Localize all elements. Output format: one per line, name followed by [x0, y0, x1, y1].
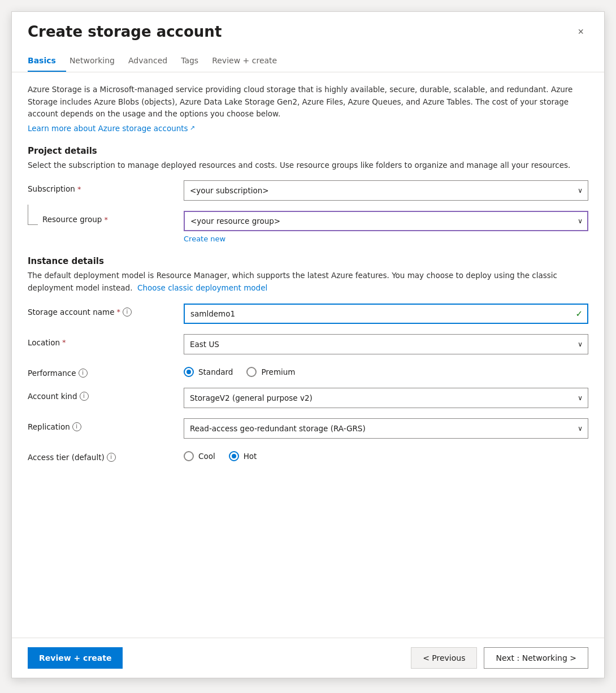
replication-row: Replication i Read-access geo-redundant … [28, 418, 588, 439]
subscription-control: <your subscription> ∨ [184, 180, 588, 201]
access-tier-hot-radio[interactable] [229, 451, 239, 461]
subscription-label: Subscription * [28, 184, 175, 193]
access-tier-info-icon[interactable]: i [107, 453, 116, 462]
tab-networking[interactable]: Networking [70, 50, 125, 72]
resource-group-indent: Resource group * [28, 211, 175, 225]
performance-control: Standard Premium [184, 365, 588, 377]
previous-button[interactable]: < Previous [411, 647, 477, 669]
storage-account-name-label-col: Storage account name * i [28, 304, 175, 317]
tab-bar: Basics Networking Advanced Tags Review +… [12, 50, 604, 72]
access-tier-control: Cool Hot [184, 449, 588, 461]
replication-control: Read-access geo-redundant storage (RA-GR… [184, 418, 588, 439]
performance-label-col: Performance i [28, 365, 175, 378]
location-select[interactable]: East US [184, 334, 588, 354]
resource-group-row: Resource group * <your resource group> ∨… [28, 211, 588, 244]
performance-label: Performance i [28, 369, 175, 378]
resource-group-required-star: * [104, 215, 108, 224]
storage-account-name-input-wrapper: ✓ [184, 304, 588, 324]
location-required: * [62, 338, 66, 346]
performance-premium-radio[interactable] [246, 367, 257, 377]
subscription-row: Subscription * <your subscription> ∨ [28, 180, 588, 201]
account-kind-row: Account kind i StorageV2 (general purpos… [28, 388, 588, 408]
tab-basics[interactable]: Basics [28, 50, 66, 72]
resource-group-label: Resource group * [42, 215, 108, 224]
performance-info-icon[interactable]: i [79, 369, 88, 378]
account-kind-label: Account kind i [28, 392, 175, 401]
resource-group-control: <your resource group> ∨ Create new [184, 211, 588, 244]
subscription-select[interactable]: <your subscription> [184, 180, 588, 201]
access-tier-label: Access tier (default) i [28, 453, 175, 462]
location-row: Location * East US ∨ [28, 334, 588, 354]
dialog-header: Create storage account × [12, 12, 604, 46]
location-label: Location * [28, 338, 175, 347]
access-tier-hot-option[interactable]: Hot [229, 451, 257, 461]
access-tier-radio-group: Cool Hot [184, 449, 588, 461]
next-button[interactable]: Next : Networking > [484, 647, 588, 669]
external-link-icon: ↗ [190, 124, 195, 132]
access-tier-label-col: Access tier (default) i [28, 449, 175, 462]
storage-account-name-input[interactable] [184, 304, 588, 324]
storage-account-name-label: Storage account name * i [28, 307, 175, 317]
tab-advanced[interactable]: Advanced [128, 50, 177, 72]
tab-tags[interactable]: Tags [181, 50, 209, 72]
storage-account-name-required: * [116, 307, 120, 316]
subscription-dropdown-wrapper: <your subscription> ∨ [184, 180, 588, 201]
access-tier-row: Access tier (default) i Cool Hot [28, 449, 588, 462]
account-kind-dropdown-wrapper: StorageV2 (general purpose v2) ∨ [184, 388, 588, 408]
dialog-content: Azure Storage is a Microsoft-managed ser… [12, 72, 604, 638]
create-storage-account-dialog: Create storage account × Basics Networki… [11, 11, 605, 678]
project-details-desc: Select the subscription to manage deploy… [28, 159, 588, 172]
location-dropdown-wrapper: East US ∨ [184, 334, 588, 354]
replication-label-col: Replication i [28, 418, 175, 431]
storage-account-name-row: Storage account name * i ✓ [28, 304, 588, 324]
dialog-footer: Review + create < Previous Next : Networ… [12, 638, 604, 678]
subscription-label-col: Subscription * [28, 180, 175, 193]
learn-more-text: Learn more about Azure storage accounts [28, 124, 188, 133]
location-control: East US ∨ [184, 334, 588, 354]
performance-row: Performance i Standard Premium [28, 365, 588, 378]
tab-review-create[interactable]: Review + create [212, 50, 287, 72]
performance-radio-group: Standard Premium [184, 365, 588, 377]
create-new-resource-group-link[interactable]: Create new [184, 235, 225, 243]
account-kind-info-icon[interactable]: i [80, 392, 89, 401]
performance-standard-option[interactable]: Standard [184, 367, 233, 377]
classic-deployment-link[interactable]: Choose classic deployment model [137, 282, 267, 294]
performance-premium-option[interactable]: Premium [246, 367, 295, 377]
account-kind-control: StorageV2 (general purpose v2) ∨ [184, 388, 588, 408]
close-button[interactable]: × [573, 24, 588, 40]
access-tier-cool-radio[interactable] [184, 451, 194, 461]
instance-details-desc: The default deployment model is Resource… [28, 270, 588, 294]
account-kind-label-col: Account kind i [28, 388, 175, 401]
learn-more-link[interactable]: Learn more about Azure storage accounts … [28, 124, 195, 133]
replication-select[interactable]: Read-access geo-redundant storage (RA-GR… [184, 418, 588, 439]
storage-account-name-valid-icon: ✓ [575, 309, 583, 319]
storage-account-name-info-icon[interactable]: i [123, 307, 132, 317]
storage-account-name-control: ✓ [184, 304, 588, 324]
replication-label: Replication i [28, 422, 175, 431]
subscription-required-star: * [77, 185, 81, 193]
location-label-col: Location * [28, 334, 175, 347]
instance-details-title: Instance details [28, 256, 588, 266]
replication-info-icon[interactable]: i [72, 422, 81, 431]
indent-line [28, 205, 38, 225]
performance-standard-radio[interactable] [184, 367, 194, 377]
intro-description: Azure Storage is a Microsoft-managed ser… [28, 84, 588, 120]
account-kind-select[interactable]: StorageV2 (general purpose v2) [184, 388, 588, 408]
review-create-button[interactable]: Review + create [28, 647, 123, 669]
access-tier-cool-option[interactable]: Cool [184, 451, 215, 461]
project-details-title: Project details [28, 146, 588, 156]
resource-group-dropdown-wrapper: <your resource group> ∨ [184, 211, 588, 231]
replication-dropdown-wrapper: Read-access geo-redundant storage (RA-GR… [184, 418, 588, 439]
resource-group-select[interactable]: <your resource group> [184, 211, 588, 231]
dialog-title: Create storage account [28, 23, 222, 40]
